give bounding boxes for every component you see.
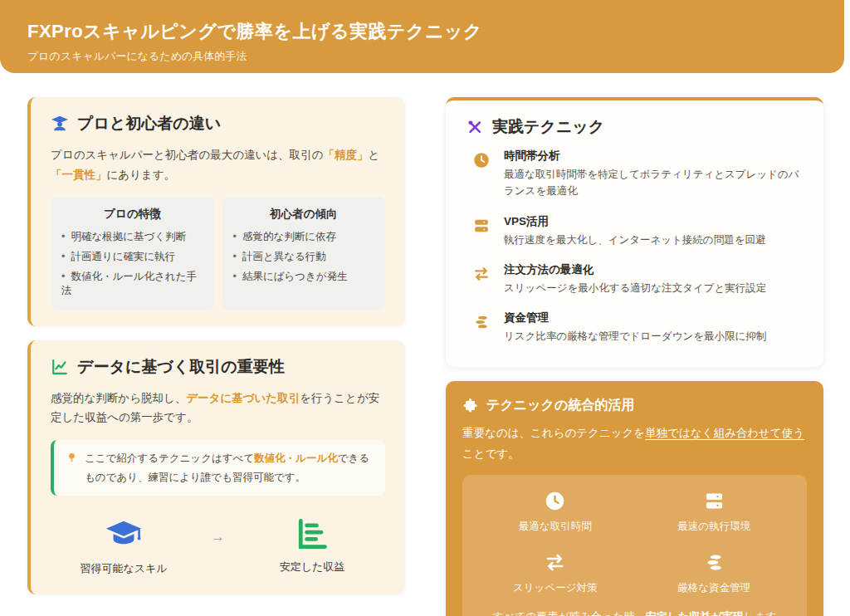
intro-text: と (368, 149, 379, 161)
grid-label: スリッページ対策 (513, 581, 597, 595)
card-title: データに基づく取引の重要性 (51, 356, 385, 378)
technique-desc: 執行速度を最大化し、インターネット接続の問題を回避 (504, 232, 765, 248)
right-column: 実践テクニック 時間帯分析 最適な取引時間帯を特定してボラティリティとスプレッド… (446, 97, 823, 616)
conclusion-text: すべての要素が噛み合った時、安定した収益が実現します (476, 609, 794, 616)
main-content: プロと初心者の違い プロのスキャルパーと初心者の最大の違いは、取引の「精度」と「… (0, 73, 850, 616)
card-data-driven-trading: データに基づく取引の重要性 感覚的な判断から脱却し、データに基づいた取引を行うこ… (27, 340, 405, 594)
technique-item-order-optimization: 注文方法の最適化 スリッページを最小化する適切な注文タイプと実行設定 (471, 262, 800, 296)
grid-item-fastest-environment: 最速の執行環境 (635, 490, 794, 534)
technique-item-money-management: 資金管理 リスク比率の厳格な管理でドローダウンを最小限に抑制 (471, 310, 800, 345)
technique-title: VPS活用 (504, 214, 765, 229)
intro-paragraph: プロのスキャルパーと初心者の最大の違いは、取引の「精度」と「一貫性」にあります。 (51, 145, 385, 184)
list-item: 数値化・ルール化された手法 (61, 270, 203, 298)
highlight-precision: 「精度」 (323, 149, 368, 161)
technique-title: 時間帯分析 (504, 149, 800, 164)
box-title: プロの特徴 (61, 207, 203, 222)
bar-chart-icon (294, 516, 330, 552)
grid-item-slippage: スリッページ対策 (476, 551, 635, 595)
card-title: プロと初心者の違い (51, 113, 385, 134)
intro-text: プロのスキャルパーと初心者の最大の違いは、取引の (51, 149, 323, 161)
arrow-right-icon: → (211, 529, 225, 545)
exchange-icon (471, 265, 492, 283)
page-subtitle: プロのスキャルパーになるための具体的手法 (27, 49, 817, 64)
technique-body: 資金管理 リスク比率の厳格な管理でドローダウンを最小限に抑制 (504, 310, 766, 345)
intro-text: 感覚的な判断から脱却し、 (51, 392, 186, 404)
page-title: FXProスキャルピングで勝率を上げる実践テクニック (27, 21, 817, 42)
list-item: 結果にばらつきが発生 (233, 270, 375, 284)
conclusion-strong: 安定した収益が実現 (646, 610, 744, 616)
grid-item-optimal-time: 最適な取引時間 (476, 490, 635, 534)
clock-icon (544, 490, 566, 512)
beginner-traits-list: 感覚的な判断に依存 計画と異なる行動 結果にばらつきが発生 (233, 230, 375, 284)
list-item: 明確な根拠に基づく判断 (61, 230, 203, 244)
card-title: テクニックの統合的活用 (462, 397, 807, 414)
card-techniques: 実践テクニック 時間帯分析 最適な取引時間帯を特定してボラティリティとスプレッド… (446, 97, 823, 367)
page-header: FXProスキャルピングで勝率を上げる実践テクニック プロのスキャルパーになるた… (0, 0, 844, 73)
benefit-grid: 最適な取引時間 最速の執行環境 (476, 490, 794, 595)
technique-title: 資金管理 (504, 310, 766, 325)
card-pro-vs-beginner: プロと初心者の違い プロのスキャルパーと初心者の最大の違いは、取引の「精度」と「… (27, 97, 405, 326)
flow-item-profit: 安定した収益 (250, 516, 374, 574)
card-title-text: 実践テクニック (492, 116, 604, 138)
technique-item-time-analysis: 時間帯分析 最適な取引時間帯を特定してボラティリティとスプレッドのバランスを最適… (471, 149, 800, 200)
card-title: 実践テクニック (466, 116, 804, 138)
callout-part: ここで紹介するテクニックはすべて (85, 452, 254, 464)
flow-item-skill: 習得可能なスキル (61, 516, 186, 576)
tools-icon (466, 118, 484, 136)
intro-text: にあります。 (107, 169, 176, 181)
coins-icon (471, 313, 492, 331)
graduation-cap-icon (105, 516, 143, 554)
conclusion-part: すべての要素が噛み合った時、 (492, 610, 645, 616)
conclusion-part: します (744, 610, 777, 616)
server-icon (703, 490, 725, 512)
list-item: 感覚的な判断に依存 (233, 230, 375, 244)
server-icon (471, 217, 492, 235)
grid-label: 最速の執行環境 (677, 520, 750, 534)
comparison-boxes: プロの特徴 明確な根拠に基づく判断 計画通りに確実に執行 数値化・ルール化された… (51, 197, 385, 310)
technique-title: 注文方法の最適化 (504, 262, 766, 277)
card-title-text: プロと初心者の違い (77, 113, 221, 134)
user-graduate-icon (51, 115, 69, 133)
flow-label: 習得可能なスキル (80, 561, 167, 576)
pro-traits-box: プロの特徴 明確な根拠に基づく判断 計画通りに確実に執行 数値化・ルール化された… (51, 197, 214, 310)
grid-label: 最適な取引時間 (519, 520, 592, 534)
clock-icon (471, 151, 492, 169)
intro-paragraph: 重要なのは、これらのテクニックを単独ではなく組み合わせて使うことです。 (462, 423, 807, 464)
technique-body: 時間帯分析 最適な取引時間帯を特定してボラティリティとスプレッドのバランスを最適… (504, 149, 800, 200)
technique-desc: リスク比率の厳格な管理でドローダウンを最小限に抑制 (504, 328, 766, 345)
list-item: 計画通りに確実に執行 (61, 250, 203, 264)
list-item: 計画と異なる行動 (233, 250, 375, 264)
intro-paragraph: 感覚的な判断から脱却し、データに基づいた取引を行うことが安定した収益への第一歩で… (51, 389, 385, 428)
intro-text: 重要なのは、これらのテクニックを (462, 427, 645, 439)
card-title-text: テクニックの統合的活用 (486, 397, 634, 414)
skill-to-profit-flow: 習得可能なスキル → 安定した収益 (51, 511, 385, 578)
flow-label: 安定した収益 (280, 560, 345, 574)
coins-icon (703, 551, 725, 574)
exchange-icon (544, 551, 566, 574)
chart-line-icon (51, 358, 69, 376)
highlight-data-trading: データに基づいた取引 (186, 392, 300, 404)
technique-body: VPS活用 執行速度を最大化し、インターネット接続の問題を回避 (504, 214, 765, 248)
technique-desc: 最適な取引時間帯を特定してボラティリティとスプレッドのバランスを最適化 (504, 166, 800, 200)
card-integrated-use: テクニックの統合的活用 重要なのは、これらのテクニックを単独ではなく組み合わせて… (446, 381, 823, 616)
grid-label: 厳格な資金管理 (677, 581, 750, 595)
tip-callout: ここで紹介するテクニックはすべて数値化・ルール化できるものであり、練習により誰で… (51, 440, 385, 496)
intro-text: ことです。 (462, 447, 520, 460)
highlight-consistency: 「一貫性」 (51, 169, 107, 181)
beginner-traits-box: 初心者の傾向 感覚的な判断に依存 計画と異なる行動 結果にばらつきが発生 (222, 197, 386, 310)
lightbulb-icon (66, 452, 78, 464)
card-title-text: データに基づく取引の重要性 (77, 356, 285, 378)
pro-traits-list: 明確な根拠に基づく判断 計画通りに確実に執行 数値化・ルール化された手法 (61, 230, 203, 298)
technique-item-vps: VPS活用 執行速度を最大化し、インターネット接続の問題を回避 (471, 214, 800, 248)
underlined-text: 単独ではなく組み合わせて使う (645, 427, 804, 439)
highlight-rules: 数値化・ルール化 (254, 452, 338, 464)
puzzle-icon (462, 398, 478, 413)
left-column: プロと初心者の違い プロのスキャルパーと初心者の最大の違いは、取引の「精度」と「… (27, 97, 405, 594)
callout-text: ここで紹介するテクニックはすべて数値化・ルール化できるものであり、練習により誰で… (85, 449, 374, 486)
technique-desc: スリッページを最小化する適切な注文タイプと実行設定 (504, 280, 766, 296)
box-title: 初心者の傾向 (233, 207, 375, 222)
technique-body: 注文方法の最適化 スリッページを最小化する適切な注文タイプと実行設定 (504, 262, 766, 296)
integration-summary-box: 最適な取引時間 最速の執行環境 (462, 475, 807, 616)
grid-item-money-management: 厳格な資金管理 (635, 551, 794, 595)
